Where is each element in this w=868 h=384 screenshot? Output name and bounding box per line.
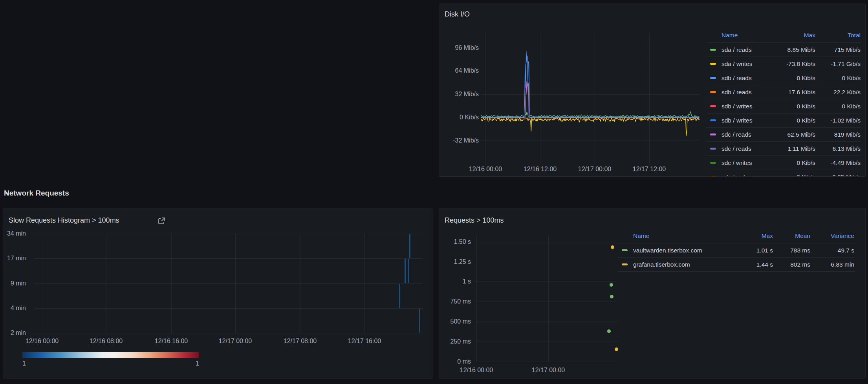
series-name[interactable]: sdc / reads [722,131,751,138]
legend-header-variance[interactable]: Variance [831,232,854,239]
disk-io-series-line [481,81,699,118]
series-name[interactable]: sdb / writes [722,117,752,124]
heatmap-cell[interactable] [399,284,400,308]
x-tick-label: 12/16 00:00 [20,338,64,345]
series-max-value: 0 Kib/s [774,159,815,166]
series-total-value: 0 Kib/s [815,103,861,110]
grid-line [42,234,42,333]
series-total-value: 6.13 Mib/s [815,145,861,152]
legend-row[interactable]: sdb / writes 0 Kib/s 0 Kib/s [706,99,861,113]
series-name[interactable]: vaultwarden.tiserbox.com [633,247,702,254]
panel-title-disk-io[interactable]: Disk I/O [445,10,470,18]
series-name[interactable]: sda / writes [722,60,752,68]
disk-io-legend-table: Name Max Total sda / reads 8.85 Mib/s 71… [706,28,861,177]
legend-row[interactable]: sda / reads 8.85 Mib/s 715 Mib/s [706,43,861,57]
y-tick-label: -32 Mib/s [453,137,479,144]
series-max-value: 1.01 s [740,247,773,254]
series-color-swatch [710,77,716,79]
heatmap-cell[interactable] [408,259,409,283]
x-tick-label: 12/16 12:00 [518,166,562,173]
dashboard: { "section_header": { "label": "Network … [0,0,868,384]
grid-line [106,234,106,333]
grid-line [476,235,477,362]
panel-title-slow-requests[interactable]: Slow Requests Histogram > 100ms [9,216,119,225]
disk-io-series-line [481,118,699,136]
y-tick-label: 750 ms [450,298,471,305]
x-tick-label: 12/16 16:00 [150,338,193,345]
legend-row[interactable]: sdc / writes 0 Kib/s -2.05 Mib/s [706,170,861,177]
legend-row[interactable]: sdc / reads 62.5 Mib/s 819 Mib/s [706,128,861,142]
scatter-point[interactable] [611,245,614,249]
legend-header-max[interactable]: Max [804,32,815,38]
disk-io-plot-area[interactable]: 96 Mib/s64 Mib/s32 Mib/s0 Kib/s-32 Mib/s… [439,4,706,177]
panel-requests-100ms: Requests > 100ms 1.50 s1.25 s1 s750 ms50… [439,208,866,379]
legend-row[interactable]: sdb / writes 0 Kib/s -1.02 Mib/s [706,113,861,128]
grid-line [476,322,618,322]
scatter-point[interactable] [607,329,611,333]
scatter-point[interactable] [610,295,613,298]
grid-line [476,242,618,242]
scatter-point[interactable] [610,283,613,287]
legend-header-name[interactable]: Name [722,32,738,39]
series-total-value: 0 Kib/s [815,75,861,82]
grid-line [476,342,618,342]
series-color-swatch [710,49,716,51]
chevron-down-icon [4,190,9,196]
y-tick-label: 64 Mib/s [455,67,479,74]
series-color-swatch [710,162,716,164]
requests-plot-area[interactable]: 1.50 s1.25 s1 s750 ms500 ms250 ms0 ms12/… [439,208,624,379]
colorbar-max-label: 1 [196,360,199,367]
x-tick-label: 12/17 00:00 [214,338,257,345]
heatmap-cell[interactable] [405,259,406,283]
heatmap-cell[interactable] [409,234,410,258]
x-tick-label: 12/16 00:00 [464,166,507,173]
legend-row[interactable]: sdc / reads 1.11 Mib/s 6.13 Mib/s [706,142,861,156]
series-color-swatch [710,133,716,135]
y-tick-label: 32 Mib/s [455,91,479,98]
series-name[interactable]: sdc / writes [722,174,752,177]
series-name[interactable]: sdb / writes [722,103,752,110]
x-tick-label: 12/17 16:00 [343,338,386,345]
series-total-value: 819 Mib/s [815,131,861,138]
series-variance-value: 49.7 s [810,247,854,254]
panel-title-requests[interactable]: Requests > 100ms [445,216,504,225]
legend-row[interactable]: sdb / reads 0 Kib/s 0 Kib/s [706,71,861,85]
series-max-value: 0 Kib/s [774,103,815,110]
series-color-swatch [710,148,716,150]
legend-row[interactable]: sda / writes -73.8 Kib/s -1.71 Gib/s [706,57,861,71]
series-max-value: 17.6 Kib/s [774,89,815,96]
series-max-value: 0 Kib/s [774,174,815,177]
heatmap-cell[interactable] [419,309,420,333]
row-network-requests[interactable]: Network Requests [4,188,69,198]
series-max-value: -73.8 Kib/s [774,60,815,68]
series-name[interactable]: sda / reads [722,46,752,53]
grid-line [300,234,300,333]
y-tick-label: 0 Kib/s [460,114,479,121]
scatter-point[interactable] [615,347,618,351]
grid-line [476,282,618,282]
legend-header-row: Name Max Total [706,28,861,43]
series-name[interactable]: sdb / reads [722,75,752,82]
y-tick-label: 96 Mib/s [455,44,479,51]
series-name[interactable]: sdc / reads [722,145,751,152]
series-name[interactable]: grafana.tiserbox.com [633,261,690,268]
series-total-value: -2.05 Mib/s [815,174,861,177]
series-mean-value: 802 ms [773,261,810,268]
legend-header-max[interactable]: Max [762,232,773,239]
series-max-value: 0 Kib/s [774,75,815,82]
series-name[interactable]: sdc / writes [722,159,752,166]
legend-header-mean[interactable]: Mean [795,232,810,239]
legend-row[interactable]: grafana.tiserbox.com 1.44 s 802 ms 6.83 … [618,258,854,272]
panel-disk-io: Disk I/O 96 Mib/s64 Mib/s32 Mib/s0 Kib/s… [439,4,866,177]
panel-slow-requests-histogram: Slow Requests Histogram > 100ms 34 min17… [3,208,432,379]
legend-header-total[interactable]: Total [848,32,861,38]
legend-row[interactable]: sdc / writes 0 Kib/s -4.49 Mib/s [706,156,861,170]
series-max-value: 1.44 s [740,261,773,268]
series-name[interactable]: sdb / reads [722,89,752,96]
legend-header-name[interactable]: Name [633,232,649,240]
series-color-swatch [710,105,716,107]
legend-row[interactable]: sdb / reads 17.6 Kib/s 22.2 Kib/s [706,85,861,99]
legend-header-row: Name Max Mean Variance [618,229,854,243]
legend-row[interactable]: vaultwarden.tiserbox.com 1.01 s 783 ms 4… [618,243,854,258]
series-total-value: -1.02 Mib/s [815,117,861,124]
